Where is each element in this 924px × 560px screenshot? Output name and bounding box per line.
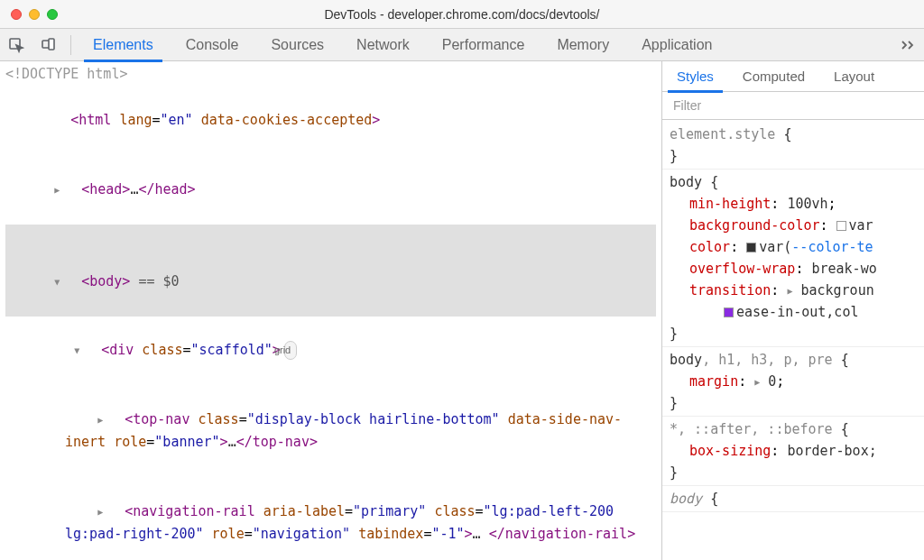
toolbar-divider [70, 35, 71, 55]
zoom-window-button[interactable] [47, 9, 58, 20]
tab-elements[interactable]: Elements [77, 29, 170, 61]
window-title: DevTools - developer.chrome.com/docs/dev… [0, 7, 924, 22]
expand-triangle-icon[interactable]: ▶ [754, 375, 760, 390]
panel-tabs: Elements Console Sources Network Perform… [77, 29, 728, 60]
window-controls [0, 9, 58, 20]
disclosure-triangle-icon[interactable]: ▶ [70, 182, 81, 197]
navigation-rail-node[interactable]: ▶<navigation-rail aria-label="primary" c… [5, 477, 656, 560]
tab-application[interactable]: Application [625, 29, 728, 61]
close-window-button[interactable] [11, 9, 22, 20]
disclosure-triangle-icon[interactable]: ▼ [70, 274, 81, 289]
tab-console[interactable]: Console [170, 29, 255, 61]
tab-sources[interactable]: Sources [254, 29, 340, 61]
div-scaffold-node[interactable]: ▼<div class="scaffold">grid [5, 317, 656, 386]
styles-subtabs: Styles Computed Layout [662, 61, 924, 92]
svg-rect-2 [49, 39, 54, 50]
subtab-styles[interactable]: Styles [662, 61, 728, 92]
devtools-toolbar: Elements Console Sources Network Perform… [0, 29, 924, 61]
css-rule[interactable]: body { [662, 486, 924, 512]
more-tabs-icon[interactable] [892, 29, 924, 61]
disclosure-triangle-icon[interactable]: ▶ [114, 412, 125, 427]
css-rule[interactable]: element.style { } [662, 122, 924, 170]
device-toolbar-icon[interactable] [32, 29, 65, 61]
main-split: <!DOCTYPE html> <html lang="en" data-coo… [0, 61, 924, 560]
expand-triangle-icon[interactable]: ▶ [787, 284, 792, 298]
subtab-computed[interactable]: Computed [728, 61, 819, 92]
grid-badge[interactable]: grid [284, 341, 297, 360]
head-node[interactable]: ▶<head>…</head> [5, 155, 656, 225]
color-swatch-icon[interactable] [836, 221, 846, 231]
color-swatch-icon[interactable] [746, 243, 756, 252]
doctype-node[interactable]: <!DOCTYPE html> [5, 63, 656, 87]
tab-memory[interactable]: Memory [541, 29, 625, 61]
cubic-bezier-icon[interactable] [724, 308, 734, 317]
css-rule[interactable]: body, h1, h3, p, pre { margin: ▶ 0; } [662, 347, 924, 417]
styles-rules[interactable]: element.style { } body { min-height: 100… [662, 120, 924, 560]
styles-filter-input[interactable] [671, 97, 915, 114]
body-node-selected[interactable]: ⋯ ▼<body> == $0 [5, 225, 656, 317]
subtab-layout[interactable]: Layout [819, 61, 889, 92]
tab-network[interactable]: Network [340, 29, 426, 61]
tab-performance[interactable]: Performance [426, 29, 541, 61]
styles-sidebar: Styles Computed Layout element.style { }… [662, 61, 924, 560]
window-titlebar: DevTools - developer.chrome.com/docs/dev… [0, 0, 924, 29]
html-open[interactable]: <html lang="en" data-cookies-accepted> [5, 87, 656, 156]
top-nav-node[interactable]: ▶<top-nav class="display-block hairline-… [5, 385, 656, 477]
dom-tree-panel[interactable]: <!DOCTYPE html> <html lang="en" data-coo… [0, 61, 662, 560]
css-rule[interactable]: body { min-height: 100vh; background-col… [662, 170, 924, 347]
minimize-window-button[interactable] [29, 9, 40, 20]
css-rule[interactable]: *, ::after, ::before { box-sizing: borde… [662, 417, 924, 486]
inspect-element-icon[interactable] [0, 29, 32, 61]
disclosure-triangle-icon[interactable]: ▼ [90, 343, 101, 358]
disclosure-triangle-icon[interactable]: ▶ [114, 504, 125, 519]
styles-filter [662, 92, 924, 120]
